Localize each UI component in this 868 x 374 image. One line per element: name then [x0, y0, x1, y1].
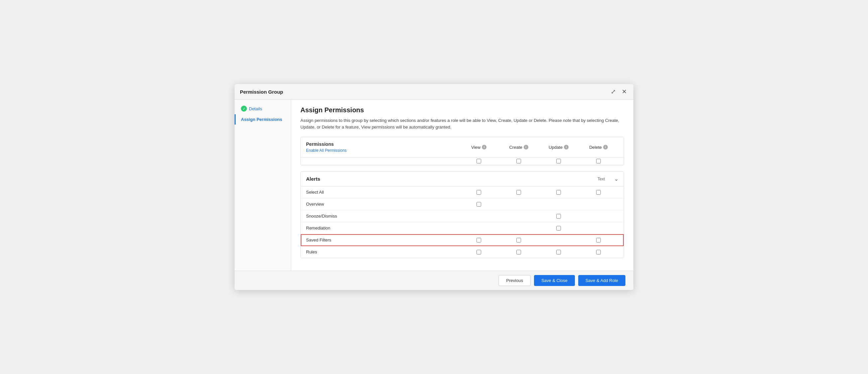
view-info-icon[interactable]: i	[482, 145, 487, 150]
select-all-create-cb	[499, 190, 539, 195]
select-all-delete-checkbox[interactable]	[596, 190, 601, 195]
section-desc: Assign permissions to this group by sele…	[301, 117, 624, 130]
previous-button[interactable]: Previous	[498, 275, 531, 286]
delete-col-header: Delete i	[579, 145, 618, 150]
view-all-checkbox[interactable]	[476, 159, 481, 163]
alerts-group: Alerts Text ⌄ Select All	[301, 172, 624, 258]
update-all-checkbox-cell	[556, 159, 561, 163]
view-all-checkbox-cell	[476, 159, 481, 163]
view-col-header: View i	[459, 145, 499, 150]
rules-create-cb	[499, 250, 539, 254]
row-label-select-all: Select All	[306, 190, 459, 195]
overview-view-checkbox[interactable]	[476, 202, 481, 207]
saved-filters-view-checkbox[interactable]	[476, 238, 481, 243]
rules-update-cb	[539, 250, 579, 254]
permissions-header-row: Permissions Enable All Permissions View …	[301, 137, 624, 157]
alerts-text-label: Text	[597, 177, 605, 181]
overview-view-cb	[459, 202, 499, 207]
select-all-delete-cb	[579, 190, 618, 195]
permissions-checkboxes-row	[301, 157, 624, 165]
saved-filters-delete-cb	[579, 238, 618, 243]
header-actions: ⤢ ✕	[610, 87, 628, 96]
alerts-row-saved-filters: Saved Filters	[301, 234, 624, 246]
row-label-saved-filters: Saved Filters	[306, 238, 459, 243]
expand-button[interactable]: ⤢	[610, 87, 617, 96]
modal-footer: Previous Save & Close Save & Add Role	[235, 271, 633, 290]
enable-all-button[interactable]: Enable All Permissions	[306, 148, 347, 153]
section-title: Assign Permissions	[301, 106, 624, 114]
alerts-row-snooze-dismiss: Snooze/Dismiss	[301, 210, 624, 222]
row-label-rules: Rules	[306, 249, 459, 254]
create-all-checkbox-cell	[517, 159, 521, 163]
alerts-row-overview: Overview	[301, 198, 624, 210]
save-close-button[interactable]: Save & Close	[534, 275, 575, 286]
select-all-view-checkbox[interactable]	[476, 190, 481, 195]
rules-create-checkbox[interactable]	[517, 250, 521, 254]
alerts-row-select-all: Select All	[301, 186, 624, 198]
remediation-update-checkbox[interactable]	[556, 226, 561, 230]
select-all-update-checkbox[interactable]	[556, 190, 561, 195]
rules-view-checkbox[interactable]	[476, 250, 481, 254]
remediation-update-cb	[539, 226, 579, 230]
saved-filters-create-cb	[499, 238, 539, 243]
create-col-header: Create i	[499, 145, 539, 150]
sidebar-item-assign-permissions[interactable]: Assign Permissions	[235, 114, 291, 125]
select-all-update-cb	[539, 190, 579, 195]
delete-info-icon[interactable]: i	[603, 145, 608, 150]
permissions-table: Permissions Enable All Permissions View …	[301, 137, 624, 165]
update-col-header: Update i	[539, 145, 579, 150]
saved-filters-view-cb	[459, 238, 499, 243]
update-all-checkbox[interactable]	[556, 159, 561, 163]
modal-header: Permission Group ⤢ ✕	[235, 84, 633, 100]
alerts-group-title: Alerts	[306, 176, 597, 182]
main-content: Assign Permissions Assign permissions to…	[291, 100, 633, 271]
sidebar-item-details[interactable]: ✓ Details	[235, 103, 291, 114]
create-info-icon[interactable]: i	[524, 145, 528, 150]
permissions-col-label: Permissions Enable All Permissions	[306, 141, 459, 153]
expand-icon: ⤢	[611, 88, 616, 95]
alerts-row-remediation: Remediation	[301, 222, 624, 234]
delete-all-checkbox[interactable]	[596, 159, 601, 163]
alerts-row-rules: Rules	[301, 246, 624, 258]
sidebar-item-assign-permissions-label: Assign Permissions	[241, 117, 282, 122]
row-label-remediation: Remediation	[306, 225, 459, 230]
modal-title: Permission Group	[240, 89, 283, 95]
update-info-icon[interactable]: i	[564, 145, 568, 150]
save-add-role-button[interactable]: Save & Add Role	[578, 275, 625, 286]
sidebar-item-details-label: Details	[249, 106, 262, 111]
alerts-collapse-button[interactable]: ⌄	[614, 176, 618, 182]
row-label-snooze-dismiss: Snooze/Dismiss	[306, 214, 459, 219]
check-icon: ✓	[241, 105, 247, 112]
close-button[interactable]: ✕	[620, 87, 628, 96]
alerts-group-header-right: Text ⌄	[597, 176, 618, 182]
saved-filters-create-checkbox[interactable]	[517, 238, 521, 243]
rules-view-cb	[459, 250, 499, 254]
rules-delete-checkbox[interactable]	[596, 250, 601, 254]
sidebar: ✓ Details Assign Permissions	[235, 100, 291, 271]
snooze-update-cb	[539, 214, 579, 219]
alerts-group-header: Alerts Text ⌄	[301, 172, 624, 186]
row-label-overview: Overview	[306, 201, 459, 207]
modal-container: Permission Group ⤢ ✕ ✓ Details Assign Pe…	[235, 84, 633, 290]
select-all-view-cb	[459, 190, 499, 195]
rules-delete-cb	[579, 250, 618, 254]
create-all-checkbox[interactable]	[517, 159, 521, 163]
snooze-update-checkbox[interactable]	[556, 214, 561, 219]
delete-all-checkbox-cell	[596, 159, 601, 163]
select-all-create-checkbox[interactable]	[517, 190, 521, 195]
saved-filters-delete-checkbox[interactable]	[596, 238, 601, 243]
rules-update-checkbox[interactable]	[556, 250, 561, 254]
close-icon: ✕	[622, 88, 627, 95]
modal-body: ✓ Details Assign Permissions Assign Perm…	[235, 100, 633, 271]
